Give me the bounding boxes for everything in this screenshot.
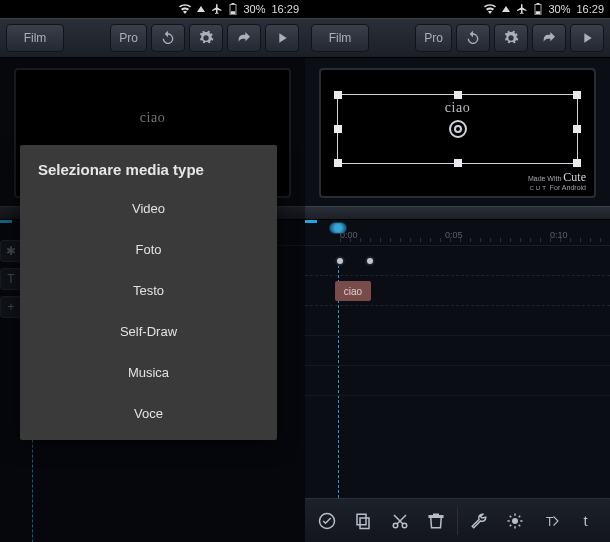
gear-icon (198, 30, 214, 46)
handle-tl[interactable] (334, 91, 342, 99)
svg-rect-2 (231, 11, 236, 14)
status-bar: 30% 16:29 (0, 0, 305, 18)
wifi-icon (179, 4, 191, 14)
play-button[interactable] (570, 24, 604, 52)
film-button[interactable]: Film (6, 24, 64, 52)
clock: 16:29 (271, 3, 299, 15)
battery-icon (534, 3, 542, 15)
track-row[interactable] (305, 246, 610, 276)
ruler-label: 0:00 (340, 230, 358, 240)
status-bar: 30% 16:29 (305, 0, 610, 18)
timeline[interactable]: 0:00 0:05 0:10 ciao (305, 220, 610, 498)
airplane-icon (516, 3, 528, 15)
transform-button[interactable]: T (537, 506, 567, 536)
svg-line-18 (510, 524, 512, 526)
track-row[interactable]: ciao (305, 276, 610, 306)
brightness-button[interactable] (500, 506, 530, 536)
settings-button[interactable] (189, 24, 223, 52)
dialog-item-video[interactable]: Video (38, 188, 259, 229)
dialog-item-foto[interactable]: Foto (38, 229, 259, 270)
right-pane: 30% 16:29 Film Pro ciao Made (305, 0, 610, 542)
track-area[interactable]: ciao (305, 246, 610, 498)
ruler-label: 0:10 (550, 230, 568, 240)
copy-icon (354, 512, 372, 530)
handle-bl[interactable] (334, 159, 342, 167)
settings-button[interactable] (494, 24, 528, 52)
track-row[interactable] (305, 366, 610, 396)
handle-tc[interactable] (454, 91, 462, 99)
dialog-item-testo[interactable]: Testo (38, 270, 259, 311)
airplane-icon (211, 3, 223, 15)
handle-br[interactable] (573, 159, 581, 167)
cut-button[interactable] (385, 506, 415, 536)
gear-icon (503, 30, 519, 46)
confirm-button[interactable] (312, 506, 342, 536)
svg-text:t: t (583, 512, 588, 529)
svg-line-17 (519, 524, 521, 526)
battery-percent: 30% (548, 3, 570, 15)
sidetool-add[interactable]: + (0, 296, 22, 318)
clock: 16:29 (576, 3, 604, 15)
preview-canvas[interactable]: ciao Made With Cute CUT For Android (319, 68, 596, 198)
cut-icon (391, 512, 409, 530)
sidetool-gear[interactable]: ✱ (0, 240, 22, 262)
wifi-icon (484, 4, 496, 14)
play-icon (579, 30, 595, 46)
pro-button[interactable]: Pro (415, 24, 452, 52)
dialog-item-voce[interactable]: Voce (38, 393, 259, 434)
letter-icon: t (579, 512, 597, 530)
film-label: Film (24, 31, 47, 45)
undo-icon (160, 30, 176, 46)
share-icon (236, 30, 252, 46)
selection-box[interactable] (337, 94, 578, 164)
divider-strip (305, 206, 610, 220)
handle-mr[interactable] (573, 125, 581, 133)
dialog-item-selfdraw[interactable]: Self-Draw (38, 311, 259, 352)
svg-line-19 (519, 515, 521, 517)
left-pane: 30% 16:29 Film Pro ciao ✱ T + Selezionar… (0, 0, 305, 542)
pro-label: Pro (119, 31, 138, 45)
battery-icon (229, 3, 237, 15)
wrench-icon (470, 512, 488, 530)
text-tool-icon: T (543, 512, 561, 530)
share-button[interactable] (227, 24, 261, 52)
copy-button[interactable] (348, 506, 378, 536)
undo-button[interactable] (456, 24, 490, 52)
film-label: Film (329, 31, 352, 45)
sidetool-text[interactable]: T (0, 268, 22, 290)
bottom-toolbar: T t (305, 498, 610, 542)
trash-icon (427, 512, 445, 530)
handle-bc[interactable] (454, 159, 462, 167)
watermark: Made With Cute CUT For Android (528, 171, 586, 192)
undo-button[interactable] (151, 24, 185, 52)
share-button[interactable] (532, 24, 566, 52)
check-icon (318, 512, 336, 530)
signal-icon (197, 6, 205, 12)
brightness-icon (506, 512, 524, 530)
handle-ml[interactable] (334, 125, 342, 133)
top-toolbar: Film Pro (0, 18, 305, 58)
track-row[interactable] (305, 306, 610, 336)
tools-button[interactable] (464, 506, 494, 536)
dialog-item-musica[interactable]: Musica (38, 352, 259, 393)
delete-button[interactable] (421, 506, 451, 536)
handle-tr[interactable] (573, 91, 581, 99)
track-slot[interactable] (365, 256, 375, 266)
svg-rect-7 (360, 518, 369, 529)
undo-icon (465, 30, 481, 46)
play-button[interactable] (265, 24, 299, 52)
pro-label: Pro (424, 31, 443, 45)
timeline-ruler[interactable]: 0:00 0:05 0:10 (305, 220, 610, 246)
top-toolbar: Film Pro (305, 18, 610, 58)
pro-button[interactable]: Pro (110, 24, 147, 52)
track-row[interactable] (305, 336, 610, 366)
play-icon (274, 30, 290, 46)
svg-text:T: T (546, 514, 554, 528)
text-style-button[interactable]: t (573, 506, 603, 536)
dialog-title: Selezionare media type (38, 161, 259, 178)
handle-center[interactable] (449, 120, 467, 138)
timeline-clip[interactable]: ciao (335, 281, 371, 301)
film-button[interactable]: Film (311, 24, 369, 52)
track-slot[interactable] (335, 256, 345, 266)
clip-label: ciao (344, 286, 362, 297)
